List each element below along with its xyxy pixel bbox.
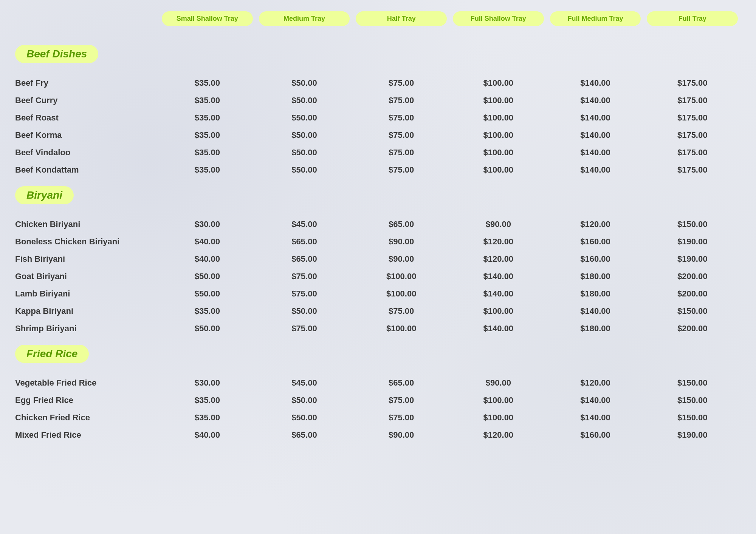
price-cell-0: $30.00 xyxy=(162,219,253,229)
price-cell-1: $50.00 xyxy=(259,78,350,88)
menu-item-row: Fish Biriyani$40.00$65.00$90.00$120.00$1… xyxy=(15,250,741,268)
price-cell-1: $50.00 xyxy=(259,96,350,105)
menu-item-row: Kappa Biriyani$35.00$50.00$75.00$100.00$… xyxy=(15,302,741,320)
price-cell-4: $140.00 xyxy=(550,165,641,175)
price-cell-5: $190.00 xyxy=(647,430,738,440)
price-cell-2: $75.00 xyxy=(356,96,447,105)
menu-item-row: Lamb Biriyani$50.00$75.00$100.00$140.00$… xyxy=(15,285,741,302)
price-cell-1: $75.00 xyxy=(259,272,350,281)
price-cell-3: $90.00 xyxy=(453,219,544,229)
item-name: Beef Vindaloo xyxy=(15,148,159,157)
price-cell-4: $120.00 xyxy=(550,378,641,388)
price-cell-4: $140.00 xyxy=(550,413,641,423)
item-name: Beef Fry xyxy=(15,78,159,88)
price-cell-1: $65.00 xyxy=(259,237,350,247)
price-cell-4: $180.00 xyxy=(550,272,641,281)
column-header-1: Medium Tray xyxy=(259,11,350,26)
price-cell-0: $35.00 xyxy=(162,306,253,316)
price-cell-4: $160.00 xyxy=(550,430,641,440)
item-name: Mixed Fried Rice xyxy=(15,430,159,440)
price-cell-1: $50.00 xyxy=(259,113,350,123)
price-cell-1: $50.00 xyxy=(259,148,350,157)
item-prices: $40.00$65.00$90.00$120.00$160.00$190.00 xyxy=(159,237,741,247)
price-cell-4: $140.00 xyxy=(550,78,641,88)
price-cell-5: $150.00 xyxy=(647,413,738,423)
menu-item-row: Shrimp Biriyani$50.00$75.00$100.00$140.0… xyxy=(15,320,741,337)
price-cell-5: $150.00 xyxy=(647,219,738,229)
price-cell-5: $175.00 xyxy=(647,78,738,88)
item-name: Chicken Fried Rice xyxy=(15,413,159,423)
price-cell-1: $50.00 xyxy=(259,306,350,316)
price-cell-5: $150.00 xyxy=(647,395,738,405)
item-prices: $35.00$50.00$75.00$100.00$140.00$175.00 xyxy=(159,148,741,157)
price-cell-3: $100.00 xyxy=(453,395,544,405)
item-prices: $35.00$50.00$75.00$100.00$140.00$175.00 xyxy=(159,113,741,123)
item-name: Boneless Chicken Biriyani xyxy=(15,237,159,247)
item-name: Chicken Biriyani xyxy=(15,219,159,229)
item-prices: $35.00$50.00$75.00$100.00$140.00$175.00 xyxy=(159,165,741,175)
section-2: Fried Rice xyxy=(15,337,741,370)
menu-item-row: Beef Roast$35.00$50.00$75.00$100.00$140.… xyxy=(15,109,741,127)
item-name: Goat Biriyani xyxy=(15,272,159,281)
item-name: Fish Biriyani xyxy=(15,254,159,264)
item-name: Beef Kondattam xyxy=(15,165,159,175)
price-cell-1: $45.00 xyxy=(259,219,350,229)
price-cell-0: $35.00 xyxy=(162,96,253,105)
item-prices: $35.00$50.00$75.00$100.00$140.00$175.00 xyxy=(159,130,741,140)
price-cell-0: $40.00 xyxy=(162,430,253,440)
price-cell-2: $75.00 xyxy=(356,113,447,123)
price-cell-0: $35.00 xyxy=(162,165,253,175)
price-cell-3: $120.00 xyxy=(453,237,544,247)
price-cell-3: $100.00 xyxy=(453,96,544,105)
price-cell-3: $100.00 xyxy=(453,78,544,88)
price-cell-5: $150.00 xyxy=(647,378,738,388)
price-cell-3: $140.00 xyxy=(453,324,544,333)
header-row: Small Shallow TrayMedium TrayHalf TrayFu… xyxy=(15,11,741,26)
price-cell-3: $100.00 xyxy=(453,306,544,316)
price-cell-1: $65.00 xyxy=(259,430,350,440)
section-label-0: Beef Dishes xyxy=(15,45,98,63)
price-cell-3: $100.00 xyxy=(453,148,544,157)
section-label-1: Biryani xyxy=(15,186,74,204)
menu-item-row: Beef Kondattam$35.00$50.00$75.00$100.00$… xyxy=(15,161,741,179)
price-cell-5: $200.00 xyxy=(647,289,738,299)
item-prices: $35.00$50.00$75.00$100.00$140.00$175.00 xyxy=(159,96,741,105)
price-cell-5: $175.00 xyxy=(647,130,738,140)
item-name: Shrimp Biriyani xyxy=(15,324,159,333)
price-cell-3: $100.00 xyxy=(453,130,544,140)
price-cell-4: $180.00 xyxy=(550,324,641,333)
price-cell-3: $100.00 xyxy=(453,165,544,175)
price-cell-1: $45.00 xyxy=(259,378,350,388)
item-prices: $30.00$45.00$65.00$90.00$120.00$150.00 xyxy=(159,378,741,388)
menu-item-row: Chicken Biriyani$30.00$45.00$65.00$90.00… xyxy=(15,216,741,233)
price-cell-3: $100.00 xyxy=(453,413,544,423)
item-name: Beef Korma xyxy=(15,130,159,140)
item-prices: $50.00$75.00$100.00$140.00$180.00$200.00 xyxy=(159,272,741,281)
price-cell-4: $160.00 xyxy=(550,237,641,247)
item-name: Beef Curry xyxy=(15,96,159,105)
price-cell-0: $40.00 xyxy=(162,254,253,264)
menu-item-row: Beef Korma$35.00$50.00$75.00$100.00$140.… xyxy=(15,127,741,144)
menu-item-row: Chicken Fried Rice$35.00$50.00$75.00$100… xyxy=(15,409,741,426)
item-prices: $50.00$75.00$100.00$140.00$180.00$200.00 xyxy=(159,289,741,299)
price-cell-2: $75.00 xyxy=(356,78,447,88)
section-1: Biryani xyxy=(15,179,741,212)
price-cell-0: $35.00 xyxy=(162,113,253,123)
price-cell-0: $50.00 xyxy=(162,289,253,299)
price-cell-5: $175.00 xyxy=(647,148,738,157)
price-cell-0: $40.00 xyxy=(162,237,253,247)
price-cell-0: $50.00 xyxy=(162,272,253,281)
price-cell-5: $200.00 xyxy=(647,272,738,281)
price-cell-0: $35.00 xyxy=(162,78,253,88)
item-prices: $35.00$50.00$75.00$100.00$140.00$175.00 xyxy=(159,78,741,88)
menu-item-row: Beef Vindaloo$35.00$50.00$75.00$100.00$1… xyxy=(15,144,741,161)
price-cell-4: $140.00 xyxy=(550,113,641,123)
item-prices: $35.00$50.00$75.00$100.00$140.00$150.00 xyxy=(159,395,741,405)
price-cell-1: $50.00 xyxy=(259,165,350,175)
menu-item-row: Egg Fried Rice$35.00$50.00$75.00$100.00$… xyxy=(15,392,741,409)
price-cell-1: $50.00 xyxy=(259,130,350,140)
price-cell-5: $150.00 xyxy=(647,306,738,316)
price-cell-5: $200.00 xyxy=(647,324,738,333)
price-cell-5: $175.00 xyxy=(647,165,738,175)
menu-item-row: Boneless Chicken Biriyani$40.00$65.00$90… xyxy=(15,233,741,250)
